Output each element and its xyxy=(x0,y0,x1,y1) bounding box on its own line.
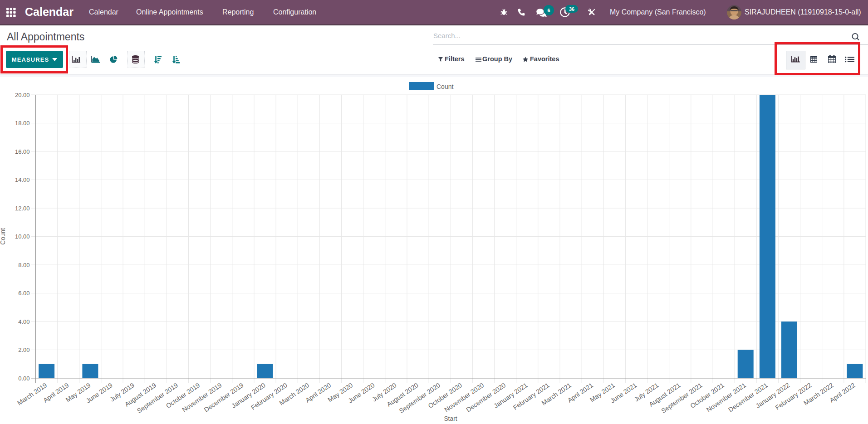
svg-text:2.00: 2.00 xyxy=(18,346,29,353)
svg-text:4.00: 4.00 xyxy=(18,318,29,325)
svg-text:Count: Count xyxy=(436,83,453,90)
svg-text:18.00: 18.00 xyxy=(15,120,30,127)
svg-text:Count: Count xyxy=(0,228,6,245)
svg-text:6.00: 6.00 xyxy=(18,290,29,297)
svg-text:8.00: 8.00 xyxy=(18,262,29,268)
svg-text:10.00: 10.00 xyxy=(15,233,30,240)
svg-text:14.00: 14.00 xyxy=(15,176,30,183)
svg-text:20.00: 20.00 xyxy=(15,92,30,98)
svg-text:12.00: 12.00 xyxy=(15,205,30,212)
svg-text:Start: Start xyxy=(444,415,457,422)
svg-text:March 2019: March 2019 xyxy=(16,381,48,407)
svg-text:16.00: 16.00 xyxy=(15,148,30,155)
svg-text:0.00: 0.00 xyxy=(18,375,29,382)
